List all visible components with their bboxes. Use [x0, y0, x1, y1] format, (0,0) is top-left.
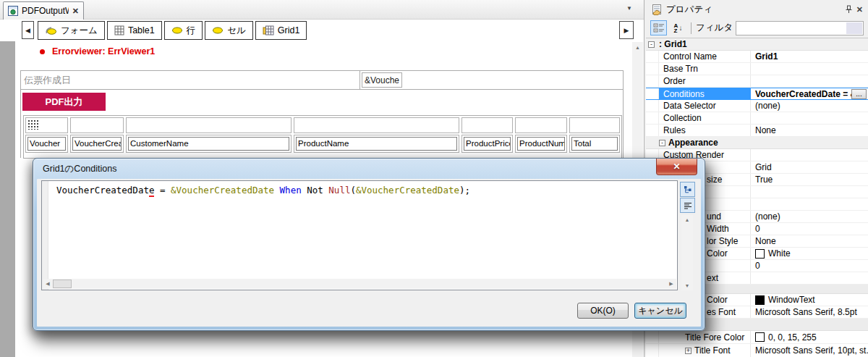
date-variable-cell[interactable]: &Vouche	[360, 71, 623, 89]
property-row-appearance[interactable]: -Appearance	[646, 137, 868, 149]
toolbar-button-grid1[interactable]: Grid1	[255, 21, 307, 40]
scroll-up-icon[interactable]: ▲	[681, 215, 693, 224]
grid-header-cell-0[interactable]	[25, 117, 68, 133]
date-label-cell[interactable]: 伝票作成日	[21, 71, 360, 89]
property-value[interactable]	[751, 198, 868, 210]
property-value[interactable]: None	[751, 235, 868, 247]
dialog-close-button[interactable]: ✕	[656, 159, 697, 175]
grid-header-cell-4[interactable]	[461, 117, 513, 133]
grid-header-cell-5[interactable]	[515, 117, 567, 133]
dialog-title: Grid1のConditions	[43, 163, 116, 175]
grid-column-VoucherCrea[interactable]: VoucherCrea	[70, 135, 124, 153]
scroll-left-button[interactable]: ◀	[22, 21, 34, 39]
voucher-variable-field[interactable]: &Vouche	[362, 72, 402, 88]
property-value[interactable]: Microsoft Sans Serif, 10pt, st...	[751, 344, 868, 357]
tree-view-button[interactable]	[680, 182, 695, 197]
property-gutter	[646, 331, 659, 343]
editor-vertical-scrollbar[interactable]: ▲ ▼	[681, 215, 693, 290]
property-row-base-trn[interactable]: Base Trn	[646, 63, 868, 75]
grid-column-ProductPrice[interactable]: ProductPrice	[461, 135, 513, 153]
expander-icon[interactable]: -	[659, 140, 665, 146]
format-lines-button[interactable]	[680, 198, 695, 213]
pin-icon[interactable]	[845, 5, 853, 14]
property-name: Title Fore Color	[659, 331, 751, 343]
grid-header-cell-1[interactable]	[70, 117, 124, 133]
property-value[interactable]: White	[751, 248, 868, 259]
property-row-grid1-header[interactable]: -: Grid1	[646, 38, 868, 51]
properties-toolbar: A Z ↓ フィルタ	[646, 19, 868, 37]
property-value[interactable]: Grid1	[751, 51, 868, 62]
horizontal-scroll-thumb[interactable]	[53, 280, 72, 288]
property-value[interactable]: 0	[751, 260, 868, 272]
alphabetical-sort-button[interactable]: A Z ↓	[670, 20, 686, 35]
toolbar-button-form[interactable]: フォーム	[38, 21, 105, 40]
control-path-toolbar: ◀ フォームTable1行セルGrid1 ▶	[0, 20, 644, 41]
grid-column-ProductName[interactable]: ProductName	[294, 135, 459, 153]
form-table[interactable]: 伝票作成日 &Vouche PDF出力 VoucherVoucherCreaCu…	[20, 70, 624, 158]
cancel-button[interactable]: キャンセル	[634, 303, 686, 319]
toolbar-button-row[interactable]: 行	[164, 21, 203, 40]
toolbar-button-cell[interactable]: セル	[205, 21, 253, 40]
property-value[interactable]: None	[751, 125, 868, 136]
property-value[interactable]	[751, 63, 868, 75]
scroll-down-icon[interactable]: ▼	[681, 281, 693, 290]
property-row-control-name[interactable]: Control NameGrid1	[646, 51, 868, 63]
property-value[interactable]: Grid	[751, 161, 868, 173]
color-swatch	[755, 295, 765, 305]
pdf-output-button[interactable]: PDF出力	[22, 93, 106, 111]
designer-grid[interactable]: VoucherVoucherCreaCustomerNameProductNam…	[23, 115, 622, 159]
property-value[interactable]: 0	[751, 223, 868, 235]
property-value[interactable]: True	[751, 174, 868, 185]
property-value[interactable]: 0, 0, 15, 255	[751, 331, 868, 343]
scroll-up-icon[interactable]: ▲	[632, 42, 643, 53]
property-value[interactable]	[751, 272, 868, 284]
scroll-right-icon[interactable]: ▶	[666, 279, 676, 289]
scroll-right-button[interactable]: ▶	[619, 21, 634, 39]
property-row-title-font[interactable]: +Title FontMicrosoft Sans Serif, 10pt, s…	[646, 344, 868, 357]
grid-column-Total[interactable]: Total	[569, 135, 620, 153]
expander-icon[interactable]: -	[648, 41, 655, 48]
toolbar-button-label: 行	[187, 25, 196, 37]
property-value[interactable]: (none)	[751, 100, 868, 112]
expander-icon[interactable]: +	[685, 348, 692, 354]
grid-column-ProductNum[interactable]: ProductNum	[515, 135, 567, 153]
ok-button[interactable]: OK(O)	[577, 303, 629, 319]
property-value[interactable]: (none)	[751, 211, 868, 222]
property-value[interactable]: VoucherCreatedDate = &...	[751, 88, 868, 99]
property-row-data-selector[interactable]: Data Selector(none)	[646, 100, 868, 112]
grid-header-cell-6[interactable]	[569, 117, 620, 133]
categorized-view-button[interactable]	[650, 20, 667, 35]
property-value-text: None	[755, 236, 776, 246]
grid-header-cell-3[interactable]	[294, 117, 459, 133]
tab-overflow-icon[interactable]: ▼	[626, 5, 632, 12]
conditions-code-editor[interactable]: VoucherCreatedDate = &VoucherCreatedDate…	[41, 180, 678, 290]
editor-horizontal-scrollbar[interactable]: ◀ ▶	[43, 279, 676, 289]
property-value[interactable]	[751, 112, 868, 124]
property-value[interactable]	[751, 149, 868, 161]
property-row-collection[interactable]: Collection	[646, 112, 868, 125]
property-row-title-fore-color[interactable]: Title Fore Color0, 0, 15, 255	[646, 331, 868, 344]
property-row-conditions[interactable]: ConditionsVoucherCreatedDate = &...	[646, 88, 868, 100]
property-row-order[interactable]: Order	[646, 75, 868, 88]
tab-close-icon[interactable]: ✕	[72, 7, 79, 15]
color-swatch	[755, 249, 765, 259]
grid-column-Voucher[interactable]: Voucher	[25, 135, 68, 153]
property-value[interactable]	[751, 186, 868, 198]
error-message: Errorviewer: ErrViewer1	[40, 46, 155, 56]
filter-input[interactable]	[736, 21, 864, 35]
property-row-rules[interactable]: RulesNone	[646, 125, 868, 137]
document-tab[interactable]: PDFOutputW ✕	[3, 1, 84, 20]
code-token	[274, 185, 280, 196]
ellipsis-button[interactable]: ...	[851, 89, 867, 99]
properties-close-icon[interactable]: ✕	[856, 6, 863, 14]
grid-header-cell-2[interactable]	[126, 117, 292, 133]
property-value[interactable]	[751, 75, 868, 87]
toolbar-button-table1[interactable]: Table1	[107, 21, 162, 40]
scroll-track[interactable]	[681, 224, 693, 281]
property-value-text: True	[755, 175, 773, 185]
grid-column-CustomerName[interactable]: CustomerName	[126, 135, 292, 153]
scroll-left-icon[interactable]: ◀	[43, 279, 53, 289]
property-value[interactable]: WindowText	[751, 294, 868, 306]
form-row-button: PDF出力	[21, 90, 623, 114]
property-value[interactable]: Microsoft Sans Serif, 8.5pt	[751, 306, 868, 318]
